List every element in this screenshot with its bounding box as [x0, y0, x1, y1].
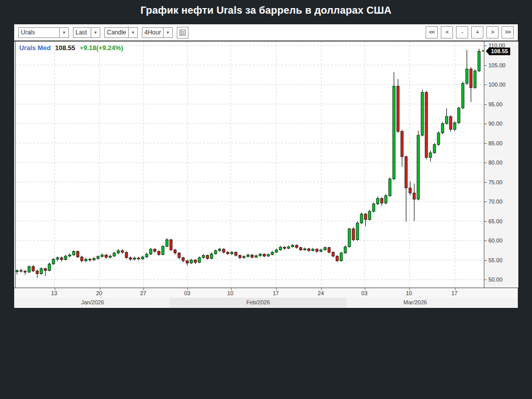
chart-panel: Urals ▼ Last ▼ Candle ▼ 4Hour ▼ << <: [14, 24, 518, 308]
scroll-forward-button[interactable]: >: [486, 26, 499, 38]
price-tick: [484, 46, 487, 46]
price-tick-label: 80.00: [488, 159, 503, 166]
legend-symbol: Urals Med: [19, 44, 51, 52]
interval-select[interactable]: 4Hour ▼: [142, 27, 173, 38]
chevron-down-icon: ▼: [163, 27, 173, 38]
price-tick: [484, 241, 487, 241]
legend-change: +9.18(+9.24%): [77, 44, 123, 52]
price-tick: [484, 143, 487, 144]
price-tick: [484, 163, 487, 163]
chevron-down-icon: ▼: [91, 27, 100, 38]
date-tick-label: 03: [361, 290, 367, 296]
chart-type-select[interactable]: Candle ▼: [104, 27, 138, 38]
price-tick-label: 75.00: [488, 179, 503, 185]
month-label: Mar/2026: [347, 298, 484, 307]
chevron-down-icon: ▼: [128, 27, 138, 38]
price-tick-label: 50.00: [488, 276, 503, 283]
price-tick-label: 90.00: [488, 121, 503, 127]
month-band: Feb/2026: [170, 298, 347, 307]
date-tick-label: 13: [51, 290, 57, 296]
month-label: Jan/2026: [15, 298, 170, 307]
date-tick-label: 10: [227, 290, 234, 296]
price-tick: [484, 65, 487, 66]
indicator-list-icon: [179, 29, 186, 36]
month-label: Feb/2026: [170, 298, 347, 307]
date-tick-label: 27: [140, 290, 146, 296]
last-price-tag: 108.55: [489, 48, 510, 55]
price-tick-label: 70.00: [488, 198, 503, 205]
zoom-out-button[interactable]: -: [456, 26, 468, 38]
date-tick-label: 20: [96, 290, 102, 296]
interval-select-value: 4Hour: [142, 27, 163, 38]
price-tick-label: 100.00: [488, 82, 506, 88]
price-tick-label: 65.00: [488, 218, 503, 224]
month-band: Mar/2026: [347, 298, 484, 307]
price-tick: [484, 260, 487, 261]
price-tick: [484, 182, 487, 183]
date-tick-label: 17: [451, 290, 458, 296]
symbol-select-value: Urals: [18, 27, 59, 38]
date-tick-label: 10: [406, 290, 412, 296]
price-tick-label: 55.00: [488, 257, 503, 263]
price-tick: [484, 104, 487, 105]
price-tick: [484, 280, 487, 280]
scroll-back-button[interactable]: <: [441, 26, 453, 38]
zoom-in-button[interactable]: +: [471, 26, 483, 38]
price-tick-label: 95.00: [488, 101, 503, 107]
chart-type-select-value: Candle: [104, 27, 128, 38]
scroll-forward-fast-button[interactable]: >>: [502, 26, 514, 38]
price-tick-label: 85.00: [488, 140, 503, 146]
chart-toolbar: Urals ▼ Last ▼ Candle ▼ 4Hour ▼ << <: [14, 24, 518, 42]
price-tick: [484, 202, 487, 202]
price-tick-label: 105.00: [488, 62, 506, 68]
chevron-down-icon: ▼: [59, 27, 69, 38]
price-type-select-value: Last: [73, 27, 91, 38]
page-title: График нефти Urals за баррель в долларах…: [0, 0, 532, 21]
price-tick: [484, 221, 487, 222]
legend-last-value: 108.55: [53, 44, 75, 52]
price-tick-label: 60.00: [488, 237, 503, 244]
price-tick: [484, 124, 487, 124]
month-band: Jan/2026: [15, 298, 170, 307]
symbol-select[interactable]: Urals ▼: [18, 27, 69, 38]
price-type-select[interactable]: Last ▼: [73, 27, 100, 38]
chart-legend: Urals Med 108.55 +9.18(+9.24%): [19, 44, 123, 52]
date-tick-label: 17: [273, 290, 279, 296]
date-tick-label: 24: [318, 290, 324, 296]
date-tick-label: 03: [184, 290, 190, 296]
price-axis: 108.55 50.0055.0060.0065.0070.0075.0080.…: [484, 42, 518, 288]
indicator-list-button[interactable]: [177, 27, 188, 38]
scroll-back-fast-button[interactable]: <<: [426, 26, 438, 38]
month-axis: Jan/2026Feb/2026Mar/2026: [14, 298, 518, 307]
date-axis: 13202703101724031017: [14, 288, 518, 298]
price-tick: [484, 85, 487, 85]
candlestick-chart[interactable]: +: [15, 42, 484, 288]
plot-region: Urals Med 108.55 +9.18(+9.24%) + 108.55 …: [14, 42, 518, 288]
